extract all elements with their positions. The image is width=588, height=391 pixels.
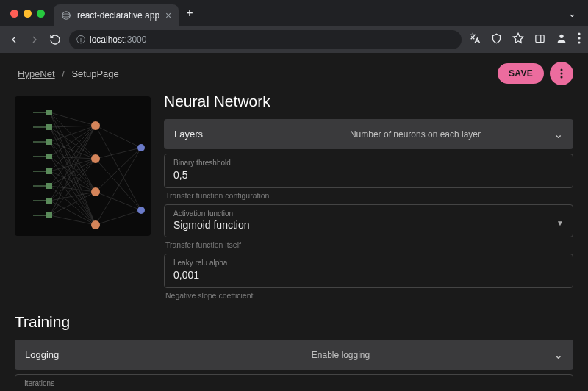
window-dropdown-icon[interactable]: ⌄: [568, 8, 576, 19]
svg-line-47: [96, 148, 141, 192]
svg-line-15: [50, 126, 96, 127]
url-text: localhost:3000: [90, 35, 146, 45]
breadcrumb: HypeNet / SetupPage: [18, 68, 119, 79]
svg-point-5: [578, 32, 580, 35]
svg-rect-62: [46, 154, 52, 159]
svg-line-37: [50, 192, 96, 201]
page-content: HypeNet / SetupPage SAVE: [0, 53, 588, 391]
svg-line-45: [96, 148, 141, 159]
svg-line-46: [96, 159, 141, 210]
logging-panel-subtitle: Enable logging: [128, 350, 553, 360]
logging-panel-header[interactable]: Logging Enable logging ⌄: [15, 340, 573, 370]
svg-rect-61: [46, 139, 52, 145]
svg-line-18: [50, 127, 96, 225]
activation-function-value: Sigmoid function: [173, 219, 564, 231]
svg-point-67: [91, 121, 100, 130]
breadcrumb-current: SetupPage: [71, 68, 118, 79]
svg-rect-63: [46, 168, 52, 174]
svg-point-69: [91, 187, 100, 196]
window-close-icon[interactable]: [10, 10, 18, 18]
layers-panel-title: Layers: [174, 129, 277, 140]
svg-point-10: [561, 76, 563, 79]
svg-point-4: [559, 35, 563, 38]
leaky-alpha-field[interactable]: Leaky relu alpha: [164, 254, 573, 288]
page-menu-button[interactable]: [550, 62, 573, 85]
svg-point-6: [578, 37, 580, 39]
binary-threshold-input[interactable]: [173, 169, 564, 181]
address-bar[interactable]: ⓘ localhost:3000: [69, 30, 462, 49]
svg-line-34: [50, 186, 96, 225]
binary-threshold-field[interactable]: Binary threshhold: [164, 154, 573, 188]
neural-network-diagram: [15, 96, 151, 236]
svg-line-44: [96, 126, 141, 210]
svg-rect-64: [46, 183, 52, 189]
chrome-menu-icon[interactable]: [578, 32, 581, 47]
svg-line-24: [50, 157, 96, 159]
svg-point-7: [578, 41, 580, 43]
tab-close-icon[interactable]: ×: [165, 10, 171, 21]
svg-line-48: [96, 192, 141, 210]
transfer-config-helper: Transfer function configuration: [165, 191, 573, 200]
breadcrumb-root-link[interactable]: HypeNet: [18, 68, 55, 79]
profile-icon[interactable]: [556, 32, 567, 47]
chevron-down-icon: ⌄: [553, 127, 563, 141]
tab-favicon-icon: [61, 10, 71, 21]
svg-line-31: [50, 126, 96, 186]
svg-line-39: [50, 126, 96, 215]
training-section-title: Training: [15, 313, 573, 331]
leaky-alpha-input[interactable]: [173, 269, 564, 281]
svg-line-41: [50, 192, 96, 215]
layers-panel-subtitle: Number of neurons on each layer: [277, 129, 553, 140]
svg-point-71: [137, 144, 145, 151]
transfer-itself-helper: Transfer function itself: [165, 240, 573, 249]
svg-point-1: [62, 14, 71, 17]
nn-section-title: Neural Network: [164, 93, 573, 110]
svg-line-50: [96, 210, 141, 225]
svg-rect-2: [536, 35, 544, 42]
svg-line-20: [50, 142, 96, 159]
svg-line-40: [50, 159, 96, 215]
neg-slope-helper: Negative slope coefficient: [165, 291, 573, 300]
svg-line-49: [96, 148, 141, 225]
svg-rect-60: [46, 124, 52, 130]
translate-icon[interactable]: [469, 32, 481, 47]
browser-tab[interactable]: react-declarative app ×: [54, 4, 179, 26]
browser-toolbar: ⓘ localhost:3000: [0, 26, 588, 53]
save-button[interactable]: SAVE: [498, 63, 544, 84]
svg-point-68: [91, 154, 100, 163]
browser-tabbar: react-declarative app × + ⌄: [0, 0, 588, 26]
svg-rect-59: [46, 110, 52, 115]
activation-function-field[interactable]: Activation function Sigmoid function ▼: [164, 204, 573, 237]
layers-panel-header[interactable]: Layers Number of neurons on each layer ⌄: [164, 119, 573, 149]
svg-point-0: [62, 12, 71, 20]
iterations-field[interactable]: Iterations: [15, 374, 573, 391]
nav-back-icon[interactable]: [7, 33, 21, 46]
bookmark-icon[interactable]: [512, 32, 524, 47]
iterations-label: Iterations: [24, 379, 564, 387]
svg-point-8: [561, 69, 563, 71]
svg-line-43: [96, 126, 141, 148]
svg-rect-65: [46, 198, 52, 204]
window-maximize-icon[interactable]: [37, 10, 45, 18]
svg-point-9: [561, 73, 563, 75]
leaky-alpha-label: Leaky relu alpha: [173, 259, 564, 267]
new-tab-button[interactable]: +: [186, 7, 193, 20]
svg-point-70: [91, 220, 100, 229]
kebab-icon: [560, 68, 563, 79]
nav-reload-icon[interactable]: [49, 33, 62, 46]
side-panel-icon[interactable]: [534, 33, 545, 47]
site-info-icon[interactable]: ⓘ: [76, 34, 85, 46]
svg-rect-66: [46, 212, 52, 218]
window-minimize-icon[interactable]: [24, 10, 32, 18]
binary-threshold-label: Binary threshhold: [173, 159, 564, 167]
nav-forward-icon[interactable]: [28, 33, 41, 46]
activation-function-label: Activation function: [173, 209, 564, 218]
svg-line-11: [50, 112, 96, 126]
chevron-down-icon: ⌄: [553, 348, 563, 362]
window-traffic-lights: [10, 10, 45, 18]
svg-line-14: [50, 112, 96, 225]
tab-title: react-declarative app: [77, 10, 159, 21]
logging-panel-title: Logging: [25, 349, 128, 360]
extensions-icon[interactable]: [491, 33, 502, 47]
svg-line-27: [50, 126, 96, 171]
